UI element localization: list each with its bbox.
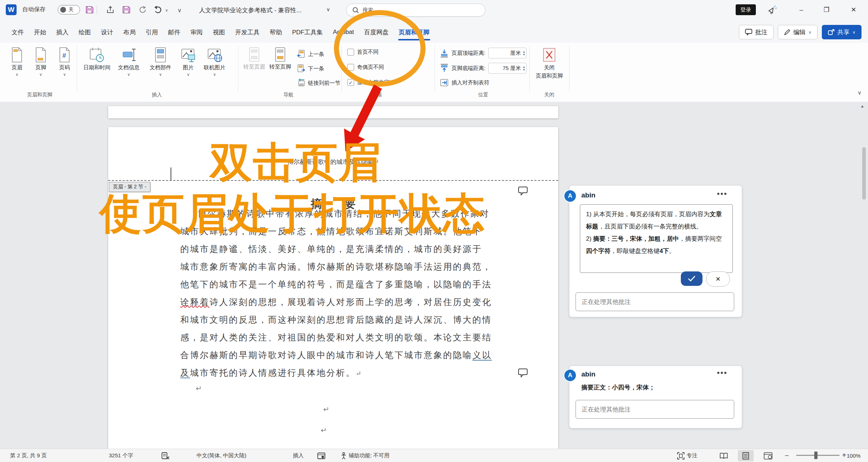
tab-developer[interactable]: 开发工具 — [230, 22, 265, 43]
signin-button[interactable]: 登录 — [736, 4, 756, 15]
insert-alignment-tab-button[interactable]: 插入对齐制表符 — [440, 79, 489, 87]
language-indicator[interactable]: 中文(简体, 中国大陆) — [197, 449, 246, 462]
comment-dismiss-button[interactable]: ✕ — [706, 271, 730, 287]
group-divider — [529, 46, 530, 92]
redo-icon[interactable] — [138, 5, 148, 15]
word-logo-icon[interactable]: W — [6, 4, 17, 15]
comment-confirm-button[interactable] — [681, 271, 702, 286]
share-button[interactable]: 共享 ∨ — [822, 25, 862, 39]
comment-reply-input[interactable]: 正在处理其他批注 — [576, 400, 734, 419]
scrollbar-thumb[interactable] — [862, 147, 866, 200]
header-distance-spinner[interactable]: 厘米 ▴▾ — [488, 48, 526, 58]
tab-help[interactable]: 帮助 — [265, 22, 287, 43]
search-input[interactable]: 搜索 — [346, 4, 485, 17]
comment-anchor-icon[interactable] — [518, 368, 528, 378]
scrollbar-up-icon[interactable]: ▴ — [861, 103, 864, 109]
different-odd-even-checkbox[interactable]: 奇偶页不同 — [347, 64, 384, 71]
tab-review[interactable]: 审阅 — [185, 22, 208, 43]
spinner-arrows-icon[interactable]: ▴▾ — [523, 65, 525, 71]
different-odd-even-label: 奇偶页不同 — [357, 64, 384, 71]
goto-footer-button[interactable]: 转至页脚 — [267, 47, 294, 70]
tab-design[interactable]: 设计 — [96, 22, 118, 43]
export-icon[interactable] — [105, 5, 115, 15]
accessibility-status[interactable]: 辅助功能: 不可用 — [341, 449, 389, 462]
undo-icon[interactable] — [154, 5, 164, 15]
tab-layout[interactable]: 布局 — [118, 22, 141, 43]
close-header-footer-button[interactable]: 关闭 页眉和页脚 — [534, 47, 565, 79]
comment-anchor-icon[interactable] — [518, 186, 528, 196]
group-label-close: 关闭 — [531, 92, 567, 98]
page-indicator[interactable]: 第 2 页, 共 9 页 — [10, 449, 47, 462]
page-header-title[interactable]: 博尔赫斯诗歌中的城市及其隐喻↵ — [108, 157, 558, 166]
next-button[interactable]: 下一条 — [297, 64, 324, 73]
online-picture-button[interactable]: 联机图片 ∨ — [199, 47, 230, 76]
previous-button[interactable]: 上一条 — [297, 50, 324, 58]
tab-mailings[interactable]: 邮件 — [163, 22, 185, 43]
zoom-out-button[interactable]: − — [785, 449, 789, 462]
abstract-body[interactable]: 博尔赫斯的诗歌中带有浓厚的城市情结，他不同于现代大多数作家对 城市大肆批判，而是… — [180, 205, 498, 382]
undo-dropdown-icon[interactable]: ∨ — [165, 8, 168, 13]
zoom-slider-thumb[interactable] — [814, 452, 818, 459]
tab-view[interactable]: 视图 — [208, 22, 230, 43]
tab-references[interactable]: 引用 — [141, 22, 163, 43]
collapse-ribbon-icon[interactable]: ∨ — [858, 90, 862, 96]
tab-draw[interactable]: 绘图 — [74, 22, 96, 43]
restore-button[interactable]: ❐ — [819, 3, 834, 17]
word-count[interactable]: 3251 个字 — [109, 449, 133, 462]
next-label: 下一条 — [308, 65, 324, 72]
footer-distance-spinner[interactable]: 75 厘米 ▴▾ — [488, 63, 526, 74]
comment-menu-icon[interactable]: ••• — [717, 368, 727, 378]
tab-actions: 批注 编辑 ∨ 共享 ∨ — [739, 25, 862, 39]
goto-footer-icon — [275, 47, 286, 62]
save-icon-2[interactable] — [121, 5, 131, 15]
zoom-in-button[interactable]: + — [842, 449, 846, 462]
coming-soon-icon[interactable] — [767, 5, 777, 15]
tab-insert[interactable]: 插入 — [51, 22, 74, 43]
comment-reply-input[interactable]: 正在处理其他批注 — [576, 292, 734, 311]
page-number-button[interactable]: # 页码 ∨ — [52, 47, 77, 76]
comments-button[interactable]: 批注 — [739, 25, 774, 39]
comment-menu-icon[interactable]: ••• — [717, 189, 727, 199]
save-icon[interactable] — [84, 5, 94, 15]
zoom-slider[interactable] — [796, 455, 840, 456]
datetime-button[interactable]: 日期和时间 — [81, 47, 113, 71]
autosave-toggle[interactable]: 关 — [58, 5, 80, 14]
editing-dropdown[interactable]: 编辑 ∨ — [778, 25, 818, 39]
tab-header-footer[interactable]: 页眉和页脚 — [394, 22, 435, 43]
tab-baidu-netdisk[interactable]: 百度网盘 — [359, 22, 394, 43]
proofing-status-icon[interactable] — [162, 449, 169, 462]
tab-pdf-tools[interactable]: PDF工具集 — [287, 22, 328, 43]
picture-button[interactable]: 图片 ∨ — [177, 47, 199, 76]
footer-button[interactable]: 页脚 ∨ — [28, 47, 53, 76]
previous-label: 上一条 — [308, 51, 324, 58]
show-document-text-checkbox[interactable]: ✓ 显示文档文字 — [347, 79, 389, 86]
paragraph-mark: ↵ — [108, 405, 545, 414]
title-dropdown-icon[interactable]: ∨ — [326, 6, 330, 12]
zoom-level[interactable]: 100% — [847, 449, 860, 462]
tab-home[interactable]: 开始 — [29, 22, 51, 43]
tab-file[interactable]: 文件 — [6, 22, 29, 43]
insert-mode-indicator[interactable]: 插入 — [293, 449, 304, 462]
qat-overflow-icon[interactable]: ∨ — [177, 7, 182, 14]
page-previous-bottom[interactable] — [108, 106, 558, 118]
header-button[interactable]: 页眉 ∨ — [4, 47, 30, 76]
print-layout-button[interactable] — [738, 450, 754, 461]
tab-acrobat[interactable]: Acrobat — [328, 22, 359, 43]
goto-header-button[interactable]: 转至页眉 — [241, 47, 268, 70]
link-to-previous-button[interactable]: 链接到前一节 — [297, 79, 340, 87]
doc-info-button[interactable]: 文档信息 ∨ — [113, 47, 144, 76]
read-mode-button[interactable] — [716, 450, 732, 461]
web-layout-button[interactable] — [760, 450, 776, 461]
word-window: W 自动保存 关 ∨ ∨ 人文学院毕业论文参考格式 - 兼容性... ∨ 搜索 — [0, 0, 868, 462]
close-button[interactable]: ✕ — [846, 3, 862, 17]
doc-parts-button[interactable]: 文档部件 ∨ — [145, 47, 176, 76]
different-first-page-checkbox[interactable]: 首页不同 — [347, 49, 379, 56]
chevron-down-icon: ∨ — [63, 73, 66, 76]
minimize-button[interactable]: – — [793, 3, 809, 17]
alignment-tab-icon — [440, 79, 449, 87]
picture-label: 图片 — [183, 64, 194, 71]
focus-mode-button[interactable]: 专注 — [677, 449, 697, 462]
document-title[interactable]: 人文学院毕业论文参考格式 - 兼容性... — [199, 6, 301, 14]
spinner-arrows-icon[interactable]: ▴▾ — [523, 50, 525, 56]
macro-record-icon[interactable] — [317, 449, 325, 462]
